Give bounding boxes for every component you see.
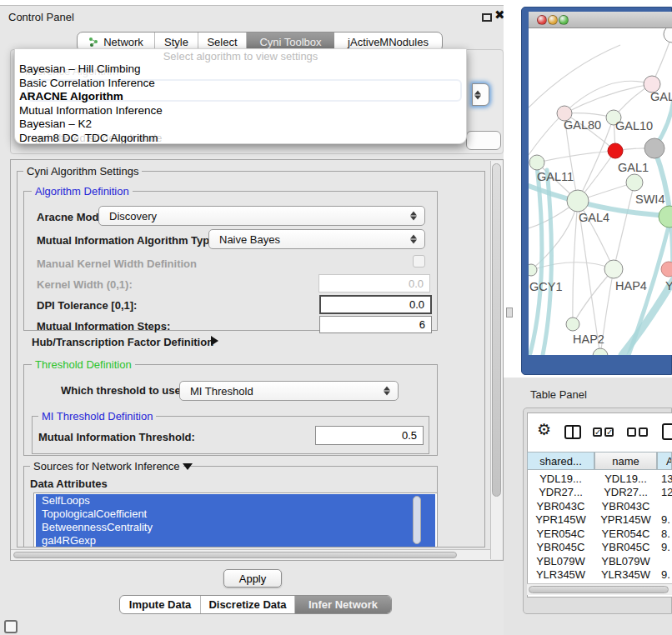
- table-cell[interactable]: YDR27...: [594, 486, 657, 499]
- settings-hscrollbar[interactable]: [11, 549, 490, 560]
- table-cell[interactable]: YBR045C: [527, 541, 594, 554]
- table-hscrollbar-thumb[interactable]: [529, 586, 669, 593]
- columns-icon[interactable]: [564, 425, 581, 439]
- table-cell[interactable]: 13: [657, 472, 672, 485]
- which-threshold-value: MI Threshold: [190, 385, 253, 398]
- function-builder-icon[interactable]: [662, 423, 672, 440]
- gear-icon[interactable]: ⚙: [537, 420, 551, 438]
- table-cell[interactable]: 9.: [657, 541, 672, 554]
- table-cell[interactable]: YDL19...: [594, 472, 657, 485]
- table-cell[interactable]: YDR27...: [527, 486, 594, 499]
- table-cell[interactable]: YBR043C: [594, 499, 657, 512]
- hub-section-label[interactable]: Hub/Transcription Factor Definition: [32, 336, 213, 348]
- network-node[interactable]: [659, 206, 672, 228]
- which-threshold-combo[interactable]: MI Threshold: [179, 381, 399, 401]
- bottom-tab-impute-data[interactable]: Impute Data: [120, 596, 201, 613]
- network-edge: [537, 151, 615, 162]
- network-node[interactable]: [567, 190, 589, 212]
- network-edge: [531, 201, 578, 270]
- control-panel: Control Panel ✖ NetworkStyleSelectCyni T…: [0, 5, 506, 612]
- bottom-tab-discretize-data[interactable]: Discretize Data: [201, 596, 295, 613]
- manual-kernel-checkbox[interactable]: [413, 255, 425, 268]
- table-cell[interactable]: YPR145W: [594, 513, 657, 527]
- network-canvas[interactable]: GALGAL80GAL10GAL11GAL1GAL4SWI4GCY1HAP4YH…: [529, 28, 672, 355]
- zoom-traffic-light[interactable]: [559, 15, 569, 25]
- select-all-checkbox-icon[interactable]: ✓: [593, 428, 602, 437]
- algorithm-option[interactable]: Bayesian – K2: [19, 118, 92, 130]
- table-hscrollbar[interactable]: [527, 583, 672, 595]
- table-cell[interactable]: YBL079W: [594, 554, 657, 568]
- settings-hscrollbar-thumb[interactable]: [13, 552, 457, 558]
- table-cell[interactable]: YLR345W: [527, 568, 594, 582]
- data-attributes-list[interactable]: SelfLoopsTopologicalCoefficientBetweenne…: [33, 492, 438, 548]
- mi-steps-field[interactable]: 6: [319, 316, 432, 333]
- table-cell[interactable]: YBL079W: [527, 554, 594, 568]
- network-node[interactable]: [593, 348, 608, 355]
- select-all-checkbox-icon2[interactable]: ✓: [604, 428, 614, 437]
- network-node[interactable]: [626, 174, 643, 191]
- data-attribute-item[interactable]: SelfLoops: [36, 494, 435, 508]
- cyni-algorithm-settings-title: Cyni Algorithm Settings: [23, 165, 142, 178]
- table-cell[interactable]: YPR145W: [527, 513, 594, 527]
- network-view-window[interactable]: GALGAL80GAL10GAL11GAL1GAL4SWI4GCY1HAP4YH…: [521, 7, 672, 375]
- network-window-titlebar[interactable]: [529, 12, 672, 28]
- network-node[interactable]: [608, 143, 623, 158]
- bottom-tab-infer-network[interactable]: Infer Network: [295, 596, 391, 613]
- table-cell[interactable]: 12: [657, 486, 672, 499]
- data-attribute-item[interactable]: TopologicalCoefficient: [36, 508, 435, 521]
- data-attribute-item[interactable]: gal4RGexp: [36, 534, 435, 548]
- data-attribute-item[interactable]: BetweennessCentrality: [36, 521, 435, 534]
- network-node[interactable]: [566, 318, 579, 331]
- panel-divider-handle[interactable]: [506, 308, 513, 318]
- algorithm-option[interactable]: ARACNE Algorithm: [19, 90, 123, 102]
- collapse-arrow-icon[interactable]: [183, 463, 193, 470]
- table-cell[interactable]: YER054C: [594, 527, 657, 540]
- kernel-width-label: Kernel Width (0,1):: [37, 278, 133, 291]
- table-cell[interactable]: 9.: [657, 513, 672, 527]
- minimize-traffic-light[interactable]: [548, 15, 558, 25]
- sources-title[interactable]: Sources for Network Inference: [30, 460, 183, 472]
- network-node[interactable]: [529, 155, 544, 170]
- table-cell[interactable]: 8.: [657, 527, 672, 540]
- algorithm-combo-fragment[interactable]: [472, 83, 489, 106]
- mi-type-combo[interactable]: Naive Bayes: [208, 229, 425, 249]
- settings-vscrollbar[interactable]: [490, 161, 503, 559]
- table-column-header[interactable]: name: [594, 452, 657, 470]
- network-edge: [564, 84, 652, 113]
- deselect-checkbox-icon2[interactable]: [639, 428, 648, 437]
- collapsed-panel-icon[interactable]: [4, 620, 18, 633]
- table-cell[interactable]: 9.: [657, 568, 672, 582]
- float-window-icon[interactable]: [482, 13, 492, 22]
- expand-arrow-icon[interactable]: [211, 336, 218, 346]
- settings-vscrollbar-thumb[interactable]: [492, 163, 501, 497]
- table-cell[interactable]: YER054C: [527, 527, 594, 540]
- table-column-header[interactable]: shared...: [527, 452, 594, 470]
- table-column-header[interactable]: A: [657, 452, 672, 470]
- mi-steps-label: Mutual Information Steps:: [37, 320, 170, 332]
- list-scrollbar-thumb[interactable]: [413, 496, 421, 544]
- network-node[interactable]: [661, 262, 672, 277]
- table-cell[interactable]: YLR345W: [594, 568, 657, 582]
- algorithm-option[interactable]: Dream8 DC_TDC Algorithm: [19, 132, 158, 144]
- mi-threshold-field[interactable]: 0.5: [315, 426, 424, 445]
- algorithm-option[interactable]: Mutual Information Inference: [19, 104, 163, 117]
- network-node[interactable]: [604, 260, 623, 278]
- apply-button[interactable]: Apply: [223, 569, 282, 588]
- network-node[interactable]: [529, 264, 537, 276]
- data-combo-fragment[interactable]: [466, 131, 501, 150]
- aracne-mode-combo[interactable]: Discovery: [98, 206, 425, 226]
- data-attributes-label: Data Attributes: [30, 478, 108, 490]
- table-cell[interactable]: YBR045C: [594, 541, 657, 554]
- dpi-tolerance-field[interactable]: 0.0: [319, 295, 432, 314]
- network-node[interactable]: [664, 28, 672, 42]
- deselect-checkbox-icon[interactable]: [627, 428, 636, 437]
- cyni-bottom-tabs: Impute DataDiscretize DataInfer Network: [119, 595, 392, 614]
- network-tab-icon: [88, 37, 99, 48]
- table-cell[interactable]: YBR043C: [527, 499, 594, 512]
- network-node[interactable]: [644, 138, 664, 158]
- algorithm-option[interactable]: Bayesian – Hill Climbing: [19, 62, 141, 75]
- algorithm-option[interactable]: Basic Correlation Inference: [19, 77, 155, 89]
- kernel-width-field[interactable]: 0.0: [318, 274, 430, 292]
- table-cell[interactable]: YDL19...: [527, 472, 594, 485]
- close-traffic-light[interactable]: [537, 15, 547, 25]
